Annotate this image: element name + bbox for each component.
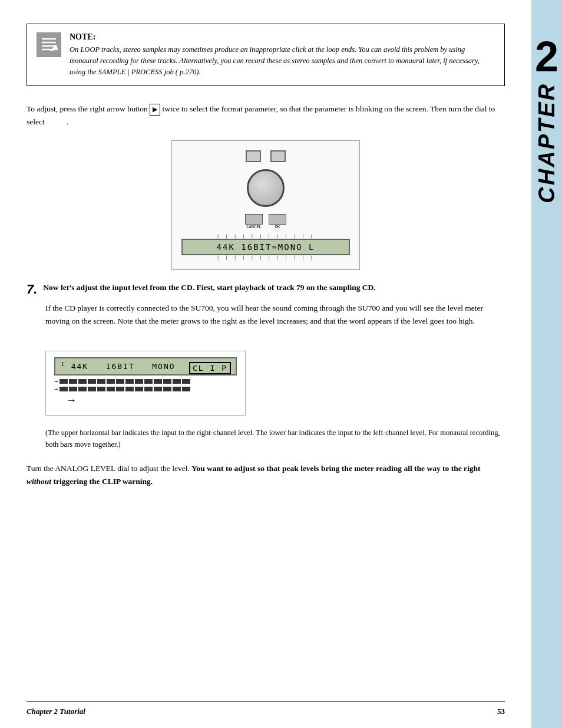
tick-top: | | | | | | | | | | | |: [181, 234, 350, 239]
ok-button: [269, 214, 286, 225]
bar-lo-6: [107, 387, 115, 391]
level-row-upper: →: [54, 378, 237, 384]
grow-arrow: →: [66, 394, 237, 407]
bar-lo-1: [59, 387, 68, 391]
bar-seg-7: [116, 379, 124, 384]
ok-button-group: OK: [269, 214, 286, 229]
bar-seg-12: [163, 379, 171, 384]
chapter-sidebar: 2 CHAPTER: [531, 0, 562, 728]
bar-seg-8: [125, 379, 134, 384]
ok-label: OK: [275, 225, 280, 229]
level-lcd: 1 44K 16BIT MONO L CL I P: [54, 357, 237, 375]
chapter-number: 2: [535, 35, 558, 78]
cancel-button: [245, 214, 263, 225]
step-7-header: 7. Now let’s adjust the input level from…: [27, 282, 505, 297]
main-content: NOTE: On LOOP tracks, stereo samples may…: [0, 0, 531, 728]
bar-lo-3: [78, 387, 87, 391]
level-bars: →: [54, 375, 237, 409]
level-bar-lower: [59, 387, 190, 391]
adjust-paragraph: Turn the ANALOG LEVEL dial to adjust the…: [27, 462, 505, 487]
bar-seg-4: [88, 379, 96, 384]
bar-lo-11: [154, 387, 162, 391]
main-dial: [247, 169, 285, 207]
lcd-area: | | | | | | | | | | | | 44K 16BIT=MONO L…: [181, 234, 350, 260]
right-arrow-button-symbol: ▶: [150, 104, 160, 116]
caption-text: (The upper horizontal bar indicates the …: [45, 427, 505, 450]
footer-text: Chapter 2 Tutorial: [27, 707, 85, 716]
level-row-lower: →: [54, 386, 237, 392]
bar-seg-5: [97, 379, 105, 384]
level-meter-display: 1 44K 16BIT MONO L CL I P →: [45, 351, 246, 416]
note-text: On LOOP tracks, stereo samples may somet…: [70, 44, 495, 77]
step-7-section: 7. Now let’s adjust the input level from…: [27, 282, 505, 328]
adjust-bold: You want to adjust so that peak levels b…: [191, 464, 480, 473]
top-button-right: [270, 150, 286, 162]
bar-lo-2: [69, 387, 77, 391]
bar-seg-9: [135, 379, 143, 384]
clip-indicator: CL I P: [189, 362, 231, 374]
bar-seg-13: [173, 379, 181, 384]
bar-lo-14: [182, 387, 190, 391]
cancel-label: CANCEL: [246, 225, 261, 229]
page-footer: Chapter 2 Tutorial 53: [27, 701, 505, 716]
cancel-button-group: CANCEL: [245, 214, 263, 229]
note-icon: [37, 32, 61, 57]
level-lcd-text: 1 44K 16BIT MONO L: [61, 362, 199, 371]
dial-illustration: CANCEL OK | | | | | | | | | | | | 44K 16…: [171, 140, 360, 270]
level-arrow-lower: →: [54, 386, 58, 392]
level-bar-upper: [59, 379, 190, 384]
adjust-intro: Turn the ANALOG LEVEL dial to adjust the…: [27, 464, 190, 473]
bar-seg-11: [154, 379, 162, 384]
step-7-title: Now let’s adjust the input level from th…: [43, 282, 375, 294]
bar-lo-7: [116, 387, 124, 391]
note-title: NOTE:: [70, 32, 495, 42]
bar-seg-14: [182, 379, 190, 384]
dial-top-buttons: [246, 150, 286, 162]
bar-seg-3: [78, 379, 87, 384]
bar-lo-9: [135, 387, 143, 391]
bar-lo-4: [88, 387, 96, 391]
step-7-body: If the CD player is correctly connected …: [45, 302, 505, 327]
note-content: NOTE: On LOOP tracks, stereo samples may…: [70, 32, 495, 77]
bar-lo-5: [97, 387, 105, 391]
bar-seg-2: [69, 379, 77, 384]
level-arrow-upper: →: [54, 378, 58, 384]
bar-seg-1: [59, 379, 68, 384]
adjust-italic: without: [27, 477, 51, 486]
bar-lo-8: [125, 387, 134, 391]
chapter-label: CHAPTER: [534, 83, 560, 203]
bar-lo-13: [173, 387, 181, 391]
svg-rect-0: [37, 33, 61, 57]
bar-lo-10: [144, 387, 153, 391]
tick-bottom: | | | | | | | | | | | |: [181, 255, 350, 260]
bar-lo-12: [163, 387, 171, 391]
intro-paragraph: To adjust, press the right arrow button …: [27, 103, 505, 128]
footer-page: 53: [497, 707, 505, 716]
step-7-number: 7.: [27, 282, 37, 297]
top-button-left: [246, 150, 261, 162]
bar-seg-6: [107, 379, 115, 384]
intro-text-before: To adjust, press the right arrow button: [27, 104, 150, 113]
bar-seg-10: [144, 379, 153, 384]
dial-bottom-buttons: CANCEL OK: [245, 214, 286, 229]
note-box: NOTE: On LOOP tracks, stereo samples may…: [27, 24, 505, 86]
lcd-display: 44K 16BIT=MONO L: [181, 239, 350, 255]
adjust-end: triggering the CLIP warning.: [53, 477, 153, 486]
